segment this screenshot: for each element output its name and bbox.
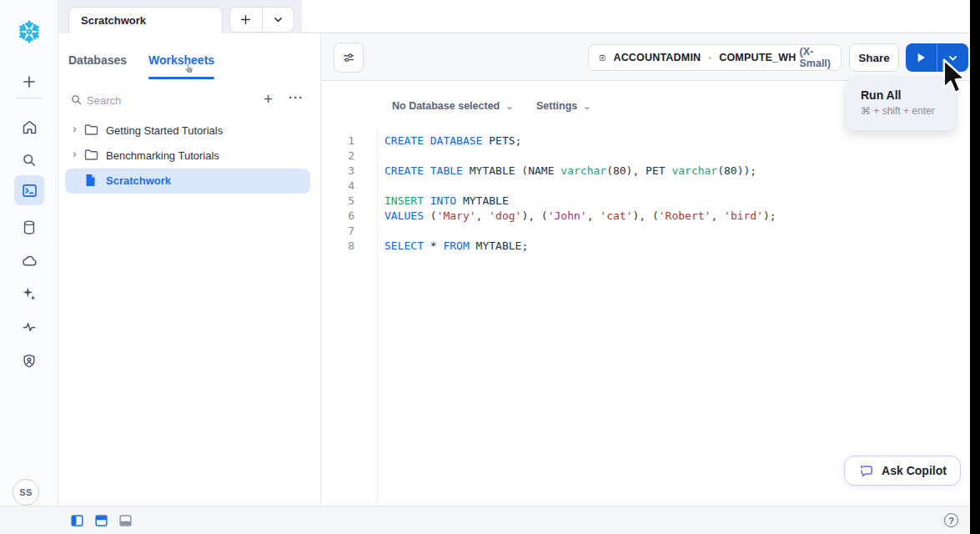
run-button[interactable] bbox=[906, 43, 937, 72]
copilot-sparkle-chat-icon bbox=[858, 463, 874, 479]
line-number: 8 bbox=[321, 239, 377, 254]
code-line[interactable]: 4 bbox=[321, 179, 980, 194]
snowflake-logo-icon[interactable] bbox=[16, 18, 43, 45]
cloud-icon[interactable] bbox=[16, 247, 43, 274]
line-number: 7 bbox=[321, 224, 377, 239]
settings-dropdown[interactable]: Settings⌄ bbox=[536, 100, 591, 112]
active-tab-underline bbox=[148, 77, 214, 79]
folder-icon bbox=[84, 149, 98, 164]
copilot-label: Ask Copilot bbox=[882, 464, 947, 477]
sidebar-search-row: Search + ··· bbox=[58, 88, 320, 113]
play-icon bbox=[917, 53, 926, 63]
left-icon-rail: SS bbox=[0, 0, 58, 506]
code-lines[interactable]: 1CREATE DATABASE PETS;23CREATE TABLE MYT… bbox=[321, 134, 980, 254]
settings-label: Settings bbox=[536, 100, 577, 112]
toggle-bottom-panel-icon[interactable] bbox=[119, 515, 132, 526]
home-icon[interactable] bbox=[16, 113, 43, 140]
line-number: 4 bbox=[321, 179, 377, 194]
chevron-down-icon: ⌄ bbox=[505, 101, 513, 111]
tree-item-scratchwork-selected[interactable]: Scratchwork bbox=[65, 169, 310, 194]
line-number: 5 bbox=[321, 194, 377, 209]
sliders-icon bbox=[341, 50, 356, 65]
warehouse-name: COMPUTE_WH bbox=[719, 52, 796, 63]
tab-list-dropdown-button[interactable] bbox=[263, 8, 294, 32]
new-worksheet-plus-icon[interactable] bbox=[16, 68, 43, 95]
worksheet-tree: › Getting Started Tutorials › Benchmarki… bbox=[58, 118, 320, 194]
tree-item-label: Scratchwork bbox=[106, 174, 171, 187]
status-bar: ? bbox=[0, 506, 980, 534]
data-database-icon[interactable] bbox=[16, 214, 43, 240]
code-line[interactable]: 5INSERT INTO MYTABLE bbox=[321, 194, 980, 209]
chevron-down-icon bbox=[273, 14, 284, 25]
tab-label: Scratchwork bbox=[81, 14, 146, 27]
role-badge-icon bbox=[599, 51, 606, 65]
share-button[interactable]: Share bbox=[849, 43, 899, 72]
code-line[interactable]: 2 bbox=[321, 149, 980, 164]
database-selector-label: No Database selected bbox=[392, 100, 500, 112]
role-name: ACCOUNTADMIN bbox=[613, 52, 701, 63]
toggle-left-panel-icon[interactable] bbox=[71, 515, 83, 526]
admin-shield-icon[interactable] bbox=[16, 347, 43, 374]
role-warehouse-selector[interactable]: ACCOUNTADMIN • COMPUTE_WH (X-Small) bbox=[588, 44, 842, 71]
activity-monitoring-icon[interactable] bbox=[16, 314, 43, 340]
sql-editor: No Database selected⌄ Settings⌄ 1CREATE … bbox=[321, 81, 980, 506]
tab-scratchwork[interactable]: Scratchwork bbox=[68, 7, 223, 34]
tab-worksheets[interactable]: Worksheets bbox=[148, 53, 214, 67]
ask-copilot-button[interactable]: Ask Copilot bbox=[844, 456, 961, 486]
projects-worksheets-icon[interactable] bbox=[14, 175, 44, 205]
ai-sparkles-icon[interactable] bbox=[16, 280, 43, 307]
sidebar: Databases Worksheets Search + ··· › Gett… bbox=[58, 33, 321, 506]
hand-cursor bbox=[183, 62, 195, 78]
more-options-button[interactable]: ··· bbox=[289, 90, 304, 104]
search-input[interactable]: Search bbox=[87, 94, 121, 107]
folder-icon bbox=[84, 123, 98, 139]
mouse-cursor bbox=[942, 58, 970, 100]
worksheet-header: ACCOUNTADMIN • COMPUTE_WH (X-Small) Shar… bbox=[321, 33, 980, 81]
screen-edge-strip bbox=[970, 0, 980, 534]
user-avatar[interactable]: SS bbox=[13, 479, 39, 506]
line-number: 6 bbox=[321, 209, 377, 224]
line-number: 1 bbox=[321, 134, 377, 149]
code-line[interactable]: 1CREATE DATABASE PETS; bbox=[321, 134, 980, 149]
rail-divider bbox=[17, 98, 42, 98]
run-all-menu: Run All ⌘ + shift + enter bbox=[847, 79, 955, 130]
search-icon bbox=[70, 93, 83, 109]
new-tab-button[interactable] bbox=[230, 8, 263, 32]
plus-icon bbox=[239, 13, 252, 26]
toggle-top-panel-icon[interactable] bbox=[95, 515, 108, 526]
warehouse-size: (X-Small) bbox=[799, 46, 831, 69]
chevron-right-icon[interactable]: › bbox=[73, 147, 77, 160]
tree-folder-benchmarking[interactable]: › Benchmarking Tutorials bbox=[65, 144, 310, 169]
code-line[interactable]: 6VALUES ('Mary', 'dog'), ('John', 'cat')… bbox=[321, 209, 980, 224]
search-icon[interactable] bbox=[16, 147, 43, 174]
tree-folder-getting-started[interactable]: › Getting Started Tutorials bbox=[65, 118, 310, 144]
tab-databases[interactable]: Databases bbox=[68, 53, 127, 67]
chevron-right-icon[interactable]: › bbox=[73, 122, 77, 135]
separator-dot: • bbox=[708, 53, 711, 63]
worksheet-tab-strip: Scratchwork bbox=[58, 0, 980, 33]
snowsight-app: SS Scratchwork Databases Worksheets Sear… bbox=[0, 0, 980, 534]
database-selector[interactable]: No Database selected⌄ bbox=[392, 100, 513, 112]
tree-item-label: Benchmarking Tutorials bbox=[106, 149, 219, 162]
filters-button[interactable] bbox=[334, 43, 364, 73]
help-button[interactable]: ? bbox=[944, 513, 958, 527]
tree-item-label: Getting Started Tutorials bbox=[106, 124, 223, 137]
new-tab-group bbox=[229, 7, 294, 33]
chevron-down-icon: ⌄ bbox=[583, 101, 591, 111]
line-number: 2 bbox=[321, 149, 377, 164]
line-number: 3 bbox=[321, 164, 377, 179]
run-all-shortcut: ⌘ + shift + enter bbox=[861, 105, 955, 117]
add-worksheet-button[interactable]: + bbox=[264, 90, 273, 108]
code-line[interactable]: 7 bbox=[321, 224, 980, 239]
code-line[interactable]: 8SELECT * FROM MYTABLE; bbox=[321, 239, 980, 254]
code-line[interactable]: 3CREATE TABLE MYTABLE (NAME varchar(80),… bbox=[321, 164, 980, 179]
worksheet-file-icon bbox=[84, 174, 97, 190]
